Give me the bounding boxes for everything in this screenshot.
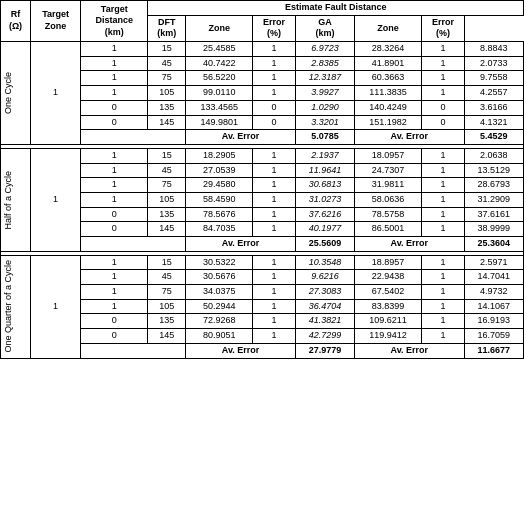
ga-error-value: 16.7059 xyxy=(464,329,523,344)
target-dist-value: 145 xyxy=(148,115,186,130)
ga-error-value: 8.8843 xyxy=(464,42,523,57)
dft-zone-value: 0 xyxy=(253,100,296,115)
ga-zone-value: 1 xyxy=(422,285,465,300)
ga-zone-value: 1 xyxy=(422,86,465,101)
dft-zone-value: 1 xyxy=(253,178,296,193)
dft-zone-value: 1 xyxy=(253,71,296,86)
av-error-dft-value: 27.9779 xyxy=(295,343,354,358)
ga-value: 28.3264 xyxy=(355,42,422,57)
target-dist-value: 105 xyxy=(148,299,186,314)
ga-value: 78.5758 xyxy=(355,207,422,222)
section-label: Half of a Cycle xyxy=(1,167,17,234)
dft-value: 80.9051 xyxy=(186,329,253,344)
ga-zone-value: 1 xyxy=(422,163,465,178)
ga-zone-value: 0 xyxy=(422,100,465,115)
av-error-label-1 xyxy=(81,130,186,145)
target-dist-value: 75 xyxy=(148,71,186,86)
ga-error-value: 13.5129 xyxy=(464,163,523,178)
dft-error-value: 3.9927 xyxy=(295,86,354,101)
dft-value: 25.4585 xyxy=(186,42,253,57)
dft-km-header: DFT(km) xyxy=(148,15,186,41)
target-zone-value: 1 xyxy=(81,86,148,101)
rf-value: 1 xyxy=(31,255,81,358)
table-row: One Cycle111525.458516.972328.326418.884… xyxy=(1,42,524,57)
ga-zone-value: 1 xyxy=(422,299,465,314)
dft-error-value: 37.6216 xyxy=(295,207,354,222)
ga-value: 86.5001 xyxy=(355,222,422,237)
target-zone-value: 1 xyxy=(81,163,148,178)
zone-header-1: Zone xyxy=(186,15,253,41)
target-zone-value: 0 xyxy=(81,100,148,115)
dft-value: 30.5322 xyxy=(186,255,253,270)
rf-value: 1 xyxy=(31,42,81,145)
dft-value: 18.2905 xyxy=(186,148,253,163)
av-error-dft-value: 25.5609 xyxy=(295,237,354,252)
dft-value: 58.4590 xyxy=(186,192,253,207)
target-dist-value: 75 xyxy=(148,178,186,193)
dft-zone-value: 1 xyxy=(253,86,296,101)
target-zone-value: 0 xyxy=(81,115,148,130)
av-error-label-dft: Av. Error xyxy=(186,237,296,252)
ga-zone-value: 1 xyxy=(422,148,465,163)
dft-zone-value: 1 xyxy=(253,222,296,237)
ga-error-value: 4.2557 xyxy=(464,86,523,101)
ga-zone-value: 0 xyxy=(422,115,465,130)
dft-zone-value: 1 xyxy=(253,207,296,222)
target-dist-value: 75 xyxy=(148,285,186,300)
ga-zone-value: 1 xyxy=(422,314,465,329)
ga-value: 111.3835 xyxy=(355,86,422,101)
dft-error-value: 11.9641 xyxy=(295,163,354,178)
ga-value: 151.1982 xyxy=(355,115,422,130)
section-label: One Quarter of a Cycle xyxy=(1,256,17,357)
dft-value: 29.4580 xyxy=(186,178,253,193)
target-zone-value: 0 xyxy=(81,222,148,237)
rf-value: 1 xyxy=(31,148,81,251)
dft-zone-value: 1 xyxy=(253,329,296,344)
ga-error-value: 4.1321 xyxy=(464,115,523,130)
ga-zone-value: 1 xyxy=(422,207,465,222)
target-dist-value: 15 xyxy=(148,42,186,57)
av-error-label-1 xyxy=(81,237,186,252)
error-pct-header-2: Error(%) xyxy=(422,15,465,41)
dft-value: 84.7035 xyxy=(186,222,253,237)
av-error-ga-value: 25.3604 xyxy=(464,237,523,252)
av-error-label-ga: Av. Error xyxy=(355,343,465,358)
target-zone-value: 1 xyxy=(81,285,148,300)
ga-value: 83.8399 xyxy=(355,299,422,314)
dft-error-value: 40.1977 xyxy=(295,222,354,237)
ga-error-value: 9.7558 xyxy=(464,71,523,86)
av-error-label-dft: Av. Error xyxy=(186,130,296,145)
ga-error-value: 2.0733 xyxy=(464,56,523,71)
ga-value: 58.0636 xyxy=(355,192,422,207)
target-dist-value: 45 xyxy=(148,270,186,285)
dft-error-value: 3.3201 xyxy=(295,115,354,130)
target-zone-value: 1 xyxy=(81,255,148,270)
target-zone-value: 1 xyxy=(81,42,148,57)
section-label: One Cycle xyxy=(1,68,17,118)
target-zone-value: 1 xyxy=(81,148,148,163)
target-zone-value: 0 xyxy=(81,207,148,222)
dft-value: 72.9268 xyxy=(186,314,253,329)
target-dist-value: 145 xyxy=(148,222,186,237)
target-dist-value: 45 xyxy=(148,56,186,71)
ga-error-value: 4.9732 xyxy=(464,285,523,300)
ga-value: 24.7307 xyxy=(355,163,422,178)
dft-zone-value: 1 xyxy=(253,314,296,329)
dft-zone-value: 1 xyxy=(253,148,296,163)
dft-error-value: 31.0273 xyxy=(295,192,354,207)
target-dist-value: 105 xyxy=(148,86,186,101)
target-dist-value: 15 xyxy=(148,148,186,163)
ga-zone-value: 1 xyxy=(422,56,465,71)
av-error-label-ga: Av. Error xyxy=(355,237,465,252)
table-row: One Quarter of a Cycle111530.5322110.354… xyxy=(1,255,524,270)
dft-value: 50.2944 xyxy=(186,299,253,314)
ga-value: 140.4249 xyxy=(355,100,422,115)
ga-zone-value: 1 xyxy=(422,222,465,237)
dft-error-value: 12.3187 xyxy=(295,71,354,86)
av-error-ga-value: 11.6677 xyxy=(464,343,523,358)
dft-value: 99.0110 xyxy=(186,86,253,101)
target-zone-value: 1 xyxy=(81,192,148,207)
ga-zone-value: 1 xyxy=(422,42,465,57)
dft-error-value: 41.3821 xyxy=(295,314,354,329)
dft-value: 56.5220 xyxy=(186,71,253,86)
